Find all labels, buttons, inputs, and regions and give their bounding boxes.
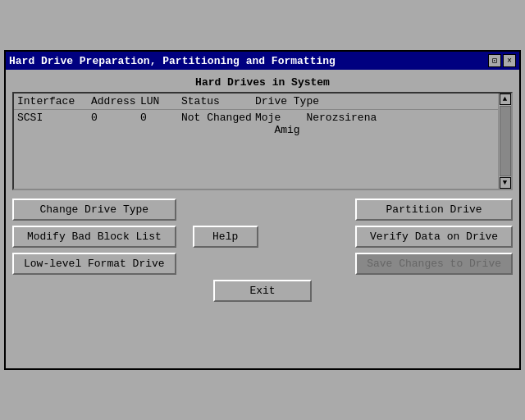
scroll-track[interactable] <box>500 106 511 176</box>
col-header-interface: Interface <box>17 95 91 107</box>
table-header-row: Interface Address LUN Status Drive Type <box>14 94 498 110</box>
col-header-address: Address <box>91 95 140 107</box>
exit-button[interactable]: Exit <box>213 280 312 302</box>
cell-lun: 0 <box>140 112 181 136</box>
low-level-format-button[interactable]: Low-level Format Drive <box>12 253 176 275</box>
save-changes-button: Save Changes to Drive <box>355 253 513 275</box>
window-title: Hard Drive Preparation, Partitioning and… <box>9 55 336 67</box>
modify-bad-block-button[interactable]: Modify Bad Block List <box>12 226 176 248</box>
exit-row: Exit <box>12 280 513 302</box>
title-bar: Hard Drive Preparation, Partitioning and… <box>6 52 519 70</box>
col-header-status: Status <box>181 95 255 107</box>
main-window: Hard Drive Preparation, Partitioning and… <box>4 50 521 370</box>
close-button[interactable]: × <box>503 54 516 67</box>
scroll-down-button[interactable]: ▼ <box>500 177 511 189</box>
right-buttons: Partition Drive Verify Data on Drive Sav… <box>355 199 513 275</box>
scroll-up-button[interactable]: ▲ <box>500 94 511 105</box>
drives-table: Interface Address LUN Status Drive Type … <box>12 92 513 190</box>
table-inner: Interface Address LUN Status Drive Type … <box>14 94 498 189</box>
table-row[interactable]: SCSI 0 0 Not Changed Moje Nerozsirena Am… <box>14 110 498 138</box>
col-header-drivetype: Drive Type <box>255 95 386 107</box>
buttons-area: Change Drive Type Modify Bad Block List … <box>12 199 513 275</box>
window-content: Hard Drives in System Interface Address … <box>6 70 519 308</box>
cell-drivetype: Moje Nerozsirena Amig <box>255 112 386 136</box>
help-button[interactable]: Help <box>193 226 258 248</box>
table-section-header: Hard Drives in System <box>12 76 513 89</box>
title-bar-controls: ⊡ × <box>488 54 516 67</box>
middle-buttons: Help <box>176 199 275 275</box>
restore-button[interactable]: ⊡ <box>488 54 501 67</box>
cell-status: Not Changed <box>181 112 255 136</box>
left-buttons: Change Drive Type Modify Bad Block List … <box>12 199 176 275</box>
verify-data-button[interactable]: Verify Data on Drive <box>355 226 513 248</box>
cell-address: 0 <box>91 112 140 136</box>
cell-interface: SCSI <box>17 112 91 136</box>
scrollbar: ▲ ▼ <box>498 94 511 189</box>
partition-drive-button[interactable]: Partition Drive <box>355 199 513 221</box>
col-header-lun: LUN <box>140 95 181 107</box>
change-drive-type-button[interactable]: Change Drive Type <box>12 199 176 221</box>
